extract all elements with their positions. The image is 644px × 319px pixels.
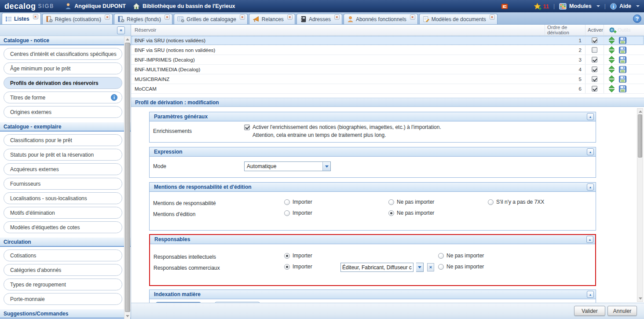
sidebar-item-porte-monnaie[interactable]: Porte-monnaie <box>4 293 122 305</box>
sidebar-item-titres-de-forme[interactable]: Titres de forme <box>4 92 122 103</box>
sidebar-item-statuts-pret[interactable]: Statuts pour le prêt et la réservation <box>4 149 122 161</box>
radio-ne-pas-importer[interactable] <box>388 199 394 205</box>
sidebar-item-classifications-pret[interactable]: Classifications pour le prêt <box>4 134 122 146</box>
sidebar-item-motifs-elimination[interactable]: Motifs d'élimination <box>4 207 122 219</box>
panel-title: Responsables <box>154 236 190 242</box>
move-up-down-icon[interactable] <box>608 56 615 63</box>
activer-checkbox[interactable] <box>592 66 597 72</box>
close-icon[interactable] <box>490 15 495 20</box>
sidebar-item-types-regroupement[interactable]: Types de regroupement <box>4 279 122 290</box>
sidebar-item-modeles-etiquettes[interactable]: Modèles d'étiquettes de cotes <box>4 221 122 233</box>
close-icon[interactable] <box>287 15 293 20</box>
tab-label: Règles (cotisations) <box>55 16 101 22</box>
table-row[interactable]: MUSICBRAINZ 5 <box>131 74 644 84</box>
radio-importer[interactable] <box>284 199 290 205</box>
tab-regles-fonds[interactable]: Règles (fonds) <box>114 14 172 24</box>
mode-select[interactable]: Automatique <box>244 161 331 171</box>
sidebar-item-localisations[interactable]: Localisations - sous-localisations <box>4 192 122 204</box>
collapse-panel-icon[interactable] <box>587 183 594 191</box>
responsables-commerciaux-combobox[interactable]: Éditeur, Fabricant, Diffuseur c <box>340 263 413 272</box>
clear-icon[interactable] <box>427 263 434 271</box>
user-name: Angélique DUPONT <box>74 3 126 9</box>
radio-importer[interactable] <box>284 264 290 270</box>
activer-checkbox[interactable] <box>592 86 597 92</box>
tab-relances[interactable]: Relances <box>249 14 295 24</box>
tab-listes[interactable]: Listes <box>2 13 41 24</box>
scroll-up-icon[interactable] <box>125 37 130 42</box>
save-icon[interactable] <box>619 76 626 83</box>
close-icon[interactable] <box>334 15 340 20</box>
activer-checkbox[interactable] <box>592 37 597 43</box>
sidebar-item-profils-derivation[interactable]: Profils de dérivation des réservoirs <box>4 77 122 89</box>
save-icon[interactable] <box>619 85 626 92</box>
close-icon[interactable] <box>240 15 245 20</box>
chevron-down-icon[interactable] <box>322 162 330 171</box>
tab-modeles-documents[interactable]: Modèles de documents <box>419 14 498 24</box>
chevron-down-icon[interactable] <box>416 263 424 272</box>
move-up-down-icon[interactable] <box>608 75 615 83</box>
move-up-down-icon[interactable] <box>608 37 615 44</box>
sidebar-item-categories-abonnes[interactable]: Catégories d'abonnés <box>4 264 122 276</box>
radio-importer[interactable] <box>284 253 290 259</box>
collapse-panel-icon[interactable] <box>587 291 594 298</box>
tab-regles-cotisations[interactable]: Règles (cotisations) <box>42 14 113 24</box>
activer-checkbox[interactable] <box>592 57 597 62</box>
activer-checkbox[interactable] <box>592 47 597 53</box>
sidebar-collapse-icon[interactable] <box>117 26 125 34</box>
favorites-star-icon[interactable] <box>534 3 542 10</box>
tab-abonnes-fonctionnels[interactable]: Abonnés fonctionnels <box>344 14 418 24</box>
move-up-down-icon[interactable] <box>608 46 615 54</box>
close-icon[interactable] <box>33 14 38 19</box>
table-row[interactable]: MoCCAM 6 <box>131 84 644 94</box>
radio-ne-pas-importer[interactable] <box>388 210 394 216</box>
scrollbar-thumb[interactable] <box>125 43 130 312</box>
scroll-down-icon[interactable] <box>125 314 130 319</box>
radio-ne-pas-importer[interactable] <box>438 264 444 270</box>
cancel-button[interactable]: Annuler <box>607 306 637 316</box>
collapse-panel-icon[interactable] <box>586 236 593 243</box>
gear-plus-icon[interactable] <box>608 26 617 34</box>
tab-grilles-catalogage[interactable]: Grilles de catalogage <box>174 14 248 24</box>
help-bubble-button[interactable]: ? <box>633 15 641 23</box>
enrichissements-checkbox[interactable] <box>244 125 250 130</box>
save-icon[interactable] <box>619 56 626 63</box>
table-row[interactable]: BNF-IMPRIMES (Decalog) 3 <box>131 55 644 65</box>
scroll-up-icon[interactable] <box>638 109 643 114</box>
tab-adresses[interactable]: Adresses <box>296 14 342 24</box>
scroll-down-icon[interactable] <box>638 296 643 301</box>
table-row[interactable]: BNF-MULTIMEDIA (Decalog) 4 <box>131 65 644 74</box>
save-icon[interactable] <box>619 66 626 73</box>
sidebar-item-centres-interet[interactable]: Centres d'intérêt et classifications spé… <box>4 48 122 60</box>
save-icon[interactable] <box>619 47 626 54</box>
close-icon[interactable] <box>410 15 415 20</box>
table-row[interactable]: BNF via SRU (notices validées) 1 <box>131 36 644 45</box>
footer-bar: Valider Annuler <box>131 303 644 319</box>
radio-importer[interactable] <box>284 210 290 216</box>
collapse-panel-icon[interactable] <box>587 113 594 120</box>
collapse-panel-icon[interactable] <box>587 148 594 155</box>
info-icon[interactable] <box>111 94 117 101</box>
radio-sil-ny-a-pas-7xx[interactable] <box>488 199 494 205</box>
scrollbar-thumb[interactable] <box>638 114 642 158</box>
messages-icon[interactable] <box>501 3 508 10</box>
move-up-down-icon[interactable] <box>608 85 615 92</box>
save-icon[interactable] <box>619 37 626 44</box>
table-row[interactable]: BNF via SRU (notices non validées) 2 <box>131 45 644 55</box>
sidebar-item-acquereurs-externes[interactable]: Acquéreurs externes <box>4 163 122 175</box>
modules-menu[interactable]: Modules <box>559 3 600 10</box>
radio-ne-pas-importer[interactable] <box>438 253 444 259</box>
form-scrollbar[interactable] <box>637 108 643 302</box>
sidebar-item-cotisations[interactable]: Cotisations <box>4 249 122 261</box>
activer-checkbox[interactable] <box>592 76 597 82</box>
help-menu[interactable]: Aide <box>610 3 640 10</box>
list-icon <box>5 16 12 22</box>
close-icon[interactable] <box>105 15 110 20</box>
tab-label: Adresses <box>309 16 331 22</box>
sidebar-item-origines-externes[interactable]: Origines externes <box>4 106 122 118</box>
validate-button[interactable]: Valider <box>574 306 605 316</box>
sidebar-scrollbar[interactable] <box>124 37 130 319</box>
close-icon[interactable] <box>165 15 170 20</box>
sidebar-item-fournisseurs[interactable]: Fournisseurs <box>4 178 122 190</box>
sidebar-item-age-minimum[interactable]: Âge minimum pour le prêt <box>4 62 122 74</box>
move-up-down-icon[interactable] <box>608 66 615 73</box>
